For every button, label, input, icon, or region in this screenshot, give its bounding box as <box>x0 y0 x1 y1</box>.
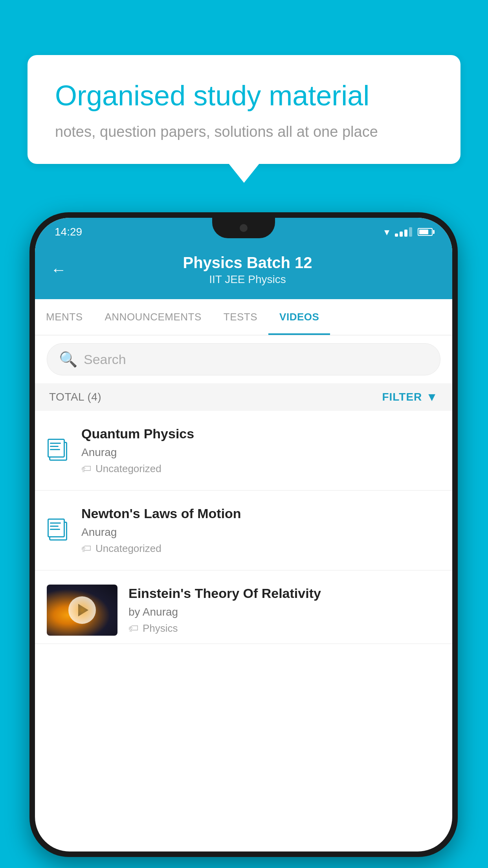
list-item[interactable]: Quantum Physics Anurag 🏷 Uncategorized <box>35 411 452 491</box>
video-author: Anurag <box>81 526 440 539</box>
video-author: Anurag <box>81 446 440 459</box>
back-button[interactable]: ← <box>51 261 66 279</box>
filter-button[interactable]: FILTER ▼ <box>382 390 438 404</box>
tab-ments[interactable]: MENTS <box>35 299 94 335</box>
folder-icon <box>48 439 70 462</box>
tag-icon: 🏷 <box>81 542 92 555</box>
video-tag: 🏷 Physics <box>128 622 440 634</box>
wifi-icon: ▾ <box>384 226 389 238</box>
filter-label: FILTER <box>382 391 422 403</box>
tag-label: Uncategorized <box>95 463 161 475</box>
tag-label: Uncategorized <box>95 542 161 555</box>
list-item[interactable]: Einstein's Theory Of Relativity by Anura… <box>35 570 452 644</box>
header-top: ← Physics Batch 12 IIT JEE Physics <box>51 254 437 286</box>
status-time: 14:29 <box>55 226 82 238</box>
video-list: Quantum Physics Anurag 🏷 Uncategorized <box>35 411 452 644</box>
tab-tests[interactable]: TESTS <box>213 299 268 335</box>
search-icon: 🔍 <box>59 351 77 368</box>
total-count: TOTAL (4) <box>49 391 101 403</box>
folder-icon <box>48 519 70 542</box>
speech-bubble-container: Organised study material notes, question… <box>28 55 460 164</box>
video-info: Einstein's Theory Of Relativity by Anura… <box>128 585 440 634</box>
search-bar[interactable]: 🔍 Search <box>47 343 440 375</box>
tag-icon: 🏷 <box>81 463 92 475</box>
batch-title: Physics Batch 12 <box>74 254 421 272</box>
batch-subtitle: IIT JEE Physics <box>74 273 421 286</box>
signal-icon <box>395 227 412 237</box>
tag-icon: 🏷 <box>128 622 139 634</box>
video-title: Einstein's Theory Of Relativity <box>128 585 440 602</box>
tab-videos[interactable]: VIDEOS <box>268 299 330 335</box>
camera-dot <box>240 224 248 232</box>
app-header: ← Physics Batch 12 IIT JEE Physics <box>35 246 452 299</box>
app-content: ← Physics Batch 12 IIT JEE Physics MENTS… <box>35 246 452 851</box>
header-title-group: Physics Batch 12 IIT JEE Physics <box>74 254 437 286</box>
tabs-bar: MENTS ANNOUNCEMENTS TESTS VIDEOS <box>35 299 452 335</box>
play-button[interactable] <box>68 596 96 624</box>
phone-frame: 14:29 ▾ ← <box>29 212 458 857</box>
video-thumbnail <box>47 585 117 636</box>
status-bar: 14:29 ▾ <box>35 218 452 246</box>
search-container: 🔍 Search <box>35 335 452 383</box>
phone-notch <box>212 218 275 238</box>
bubble-title: Organised study material <box>55 79 433 112</box>
battery-icon <box>418 228 433 236</box>
list-item[interactable]: Newton's Laws of Motion Anurag 🏷 Uncateg… <box>35 491 452 570</box>
folder-icon-container <box>47 425 70 476</box>
video-title: Newton's Laws of Motion <box>81 505 440 522</box>
bubble-subtitle: notes, question papers, solutions all at… <box>55 123 433 140</box>
video-author: by Anurag <box>128 606 440 618</box>
video-info: Newton's Laws of Motion Anurag 🏷 Uncateg… <box>81 505 440 555</box>
tab-announcements[interactable]: ANNOUNCEMENTS <box>94 299 213 335</box>
folder-icon-container <box>47 505 70 556</box>
search-placeholder: Search <box>84 352 126 367</box>
phone-inner: 14:29 ▾ ← <box>35 218 452 851</box>
filter-funnel-icon: ▼ <box>426 390 438 404</box>
video-tag: 🏷 Uncategorized <box>81 463 440 475</box>
video-title: Quantum Physics <box>81 425 440 442</box>
tag-label: Physics <box>143 622 178 634</box>
video-info: Quantum Physics Anurag 🏷 Uncategorized <box>81 425 440 475</box>
play-triangle-icon <box>78 604 88 616</box>
status-icons: ▾ <box>384 226 433 238</box>
speech-bubble: Organised study material notes, question… <box>28 55 460 164</box>
filter-bar: TOTAL (4) FILTER ▼ <box>35 383 452 411</box>
video-tag: 🏷 Uncategorized <box>81 542 440 555</box>
